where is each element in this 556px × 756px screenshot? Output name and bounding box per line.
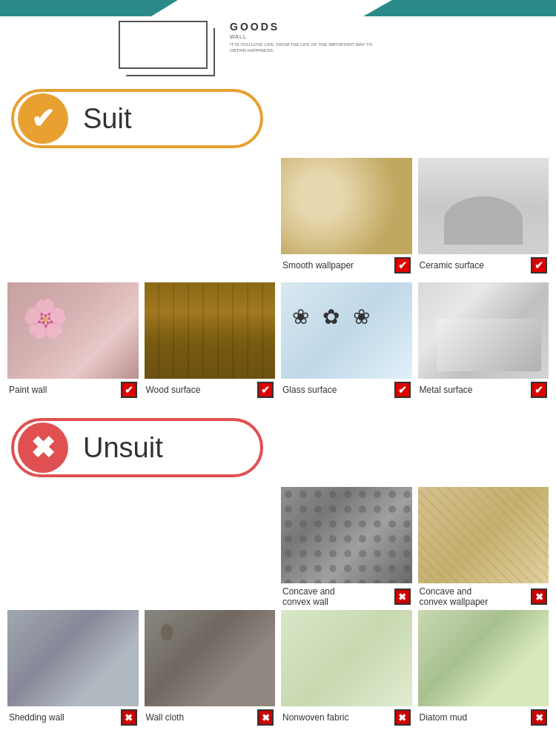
list-item: Glass surface ✔ (281, 282, 412, 401)
suit-empty-2 (145, 158, 276, 276)
shedding-img (7, 610, 139, 706)
header-teal-bar-top (0, 0, 178, 16)
wood-caption: Wood surface ✔ (145, 379, 276, 401)
concave-wallpaper-img (418, 487, 549, 583)
wall-cloth-x: ✖ (257, 709, 274, 726)
unsuit-x-circle: ✖ (18, 422, 68, 473)
list-item: Wood surface ✔ (145, 282, 276, 401)
glass-caption: Glass surface ✔ (281, 379, 412, 401)
header-frame-decoration (119, 21, 208, 69)
smooth-wallpaper-check: ✔ (394, 257, 411, 273)
wood-check: ✔ (257, 382, 274, 398)
header-teal-bar-right (363, 0, 556, 16)
paint-wall-img (7, 282, 139, 379)
list-item: Concave andconvex wall ✖ (281, 487, 412, 610)
header-logo (119, 21, 208, 69)
glass-check: ✔ (394, 382, 411, 398)
suit-section: ✔ Suit (0, 82, 556, 152)
metal-caption: Metal surface ✔ (418, 379, 549, 401)
brand-subtitle: WALL (230, 34, 378, 39)
shedding-label: Shedding wall (9, 712, 64, 723)
shedding-caption: Shedding wall ✖ (7, 706, 139, 729)
suit-badge: ✔ Suit (11, 89, 263, 148)
wall-cloth-label: Wall cloth (146, 712, 185, 723)
diatom-img (418, 610, 549, 706)
glass-label: Glass surface (282, 385, 337, 395)
paint-wall-check: ✔ (121, 382, 137, 398)
concave-wall-caption: Concave andconvex wall ✖ (281, 583, 412, 610)
nonwoven-img (281, 610, 412, 706)
list-item: Paint wall ✔ (7, 282, 139, 401)
ceramic-label: Ceramic surface (420, 260, 484, 271)
list-item: Smooth wallpaper ✔ (281, 158, 412, 276)
paint-wall-label: Paint wall (9, 385, 47, 395)
glass-img (281, 282, 412, 379)
wood-img (145, 282, 276, 379)
ceramic-check: ✔ (531, 257, 547, 273)
header: GOODS WALL IT IS YOU LOVE LIFE, FROM THE… (0, 0, 556, 82)
smooth-wallpaper-img (281, 158, 412, 254)
brand-title: GOODS (230, 21, 378, 33)
unsuit-grid-row2: Shedding wall ✖ Wall cloth ✖ Nonwoven fa… (0, 610, 556, 735)
suit-grid: Paint wall ✔ Wood surface ✔ Glass surfac… (0, 276, 556, 407)
diatom-label: Diatom mud (420, 712, 468, 723)
list-item: Diatom mud ✖ (418, 610, 549, 729)
unsuit-section: ✖ Unsuit (0, 411, 556, 481)
list-item: Ceramic surface ✔ (418, 158, 549, 276)
wall-cloth-caption: Wall cloth ✖ (145, 706, 276, 729)
list-item: Concave andconvex wallpaper ✖ (418, 487, 549, 610)
diatom-caption: Diatom mud ✖ (418, 706, 549, 729)
unsuit-label: Unsuit (83, 432, 163, 464)
unsuit-x-icon: ✖ (30, 433, 56, 462)
nonwoven-label: Nonwoven fabric (282, 712, 348, 723)
smooth-wallpaper-caption: Smooth wallpaper ✔ (281, 254, 412, 276)
smooth-wallpaper-label: Smooth wallpaper (282, 260, 354, 271)
ceramic-caption: Ceramic surface ✔ (418, 254, 549, 276)
nonwoven-x: ✖ (394, 709, 411, 726)
ceramic-img (418, 158, 549, 254)
list-item: Metal surface ✔ (418, 282, 549, 401)
suit-check-circle: ✔ (18, 93, 68, 144)
list-item: Shedding wall ✖ (7, 610, 139, 729)
suit-empty-1 (7, 158, 139, 276)
nonwoven-caption: Nonwoven fabric ✖ (281, 706, 412, 729)
concave-wall-x: ✖ (394, 588, 411, 605)
concave-wallpaper-x: ✖ (531, 588, 547, 605)
concave-wall-img (281, 487, 412, 583)
diatom-x: ✖ (531, 709, 547, 726)
metal-check: ✔ (531, 382, 547, 398)
wood-label: Wood surface (146, 385, 201, 395)
list-item: Wall cloth ✖ (145, 610, 276, 729)
metal-label: Metal surface (420, 385, 473, 395)
concave-wallpaper-caption: Concave andconvex wallpaper ✖ (418, 583, 549, 610)
wall-cloth-img (145, 610, 276, 706)
metal-img (418, 282, 549, 379)
suit-label: Suit (83, 103, 131, 135)
list-item: Nonwoven fabric ✖ (281, 610, 412, 729)
paint-wall-caption: Paint wall ✔ (7, 379, 139, 401)
shedding-x: ✖ (121, 709, 137, 726)
concave-wall-label: Concave andconvex wall (282, 586, 394, 607)
header-brand: GOODS WALL IT IS YOU LOVE LIFE, FROM THE… (230, 21, 378, 54)
brand-tagline: IT IS YOU LOVE LIFE, FROM THE LIFE OF TH… (230, 42, 378, 54)
suit-check-icon: ✔ (31, 105, 55, 133)
concave-wallpaper-label: Concave andconvex wallpaper (420, 586, 532, 607)
unsuit-badge: ✖ Unsuit (11, 418, 263, 477)
unsuit-grid-row1: Concave andconvex wall ✖ Concave andconv… (0, 481, 556, 610)
